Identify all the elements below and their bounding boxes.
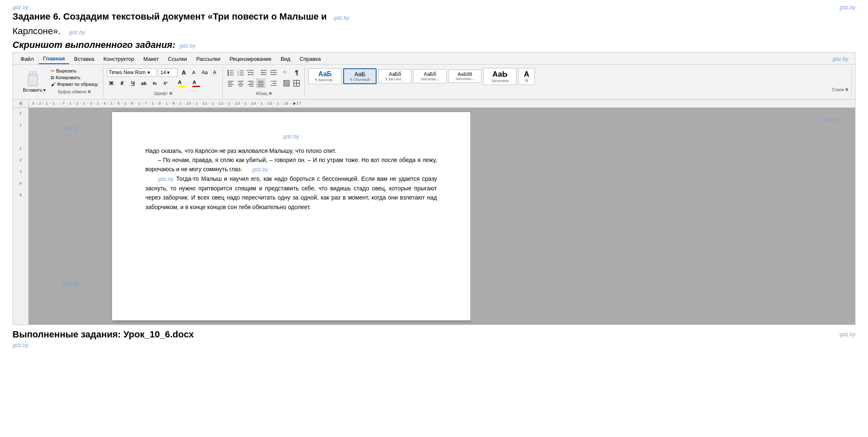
paste-button[interactable]: Вставить ▾ [20,67,49,97]
align-right-button[interactable] [246,79,255,88]
menu-layout[interactable]: Макет [139,54,163,64]
font-row2: Ж К Ч аb x₂ x² А А [107,79,219,88]
svg-marker-49 [271,80,272,82]
menu-constructor[interactable]: Конструктор [99,54,138,64]
font-expand-icon[interactable]: ⧉ [170,91,172,96]
watermark-sidebar-top: gdz.by [62,125,78,131]
line-spacing-button[interactable] [269,79,278,88]
sort-button[interactable]: A↓ [282,68,291,77]
paragraph-expand-icon[interactable]: ⧉ [269,91,272,96]
font-color-button[interactable]: А [192,79,201,88]
paragraph-group: 1.2.3. A↓ ¶ [223,66,305,97]
menu-references[interactable]: Ссылки [164,54,191,64]
style-h2[interactable]: АаБбВ Заголово... [448,70,481,83]
styles-row: АаБ ¶ Заголов... АаБ ¶ Обычный АаБб ¶ Бе… [308,68,848,85]
menu-insert[interactable]: Вставка [70,54,98,64]
align-center-button[interactable] [236,79,245,88]
multilevel-list-button[interactable] [246,68,255,77]
document-main: 3 · 2 · 1 · 1 · · 7 · 1 · 2 · 1 · 3 · 1 … [29,100,855,325]
watermark-line2: gdz.by [69,29,85,35]
ruler-corner: ⊞ [19,101,22,105]
paste-label[interactable]: Вставить ▾ [23,87,46,93]
page-header: gdz.by gdz.by Задание 6. Создадим тексто… [0,0,868,52]
styles-expand-icon[interactable]: ⧉ [846,87,848,92]
copy-button[interactable]: ⧉ Копировать [49,75,100,81]
bold-button[interactable]: Ж [107,79,116,88]
font-size-buttons: A A [179,68,198,77]
right-grey-area: gdz.by [470,112,855,320]
show-formatting-button[interactable]: ¶ [292,68,301,77]
strikethrough-button[interactable]: аb [139,79,148,88]
font-row1: Times New Rom ▾ 14 ▾ A A Aa А [107,68,219,77]
watermark-inline: gdz.by [252,166,268,172]
italic-button[interactable]: К [117,79,127,88]
watermark-ribbon-top: gdz.by [833,56,848,62]
clear-format-button[interactable]: А [210,68,219,77]
numbering-button[interactable]: 1.2.3. [236,68,245,77]
svg-rect-2 [31,72,35,75]
align-left-button[interactable] [226,79,235,88]
superscript-button[interactable]: x² [161,79,170,88]
paste-icon [27,71,42,87]
menu-review[interactable]: Рецензирование [225,54,275,64]
svg-point-19 [248,74,249,75]
shrink-font-button[interactable]: A [189,68,198,77]
document-body: gdz.by gdz.by gdz.by Надо сказать, что К… [29,108,855,325]
watermark-subtitle: gdz.by [180,42,195,49]
ribbon-tools: Вставить ▾ ✂ Вырезать ⧉ Копировать 🖌 Фор… [13,65,855,99]
watermark-title-right: gdz.by [334,15,349,21]
clipboard-label: Буфер обмена [58,90,86,94]
style-h3[interactable]: АаЬ Заголовок [483,68,516,85]
menu-help[interactable]: Справка [295,54,325,64]
menu-home[interactable]: Главная [39,54,69,64]
subscript-button[interactable]: x₂ [150,79,159,88]
style-normal[interactable]: АаБ ¶ Обычный [343,68,377,84]
font-name-dropdown[interactable]: Times New Rom ▾ [107,68,157,77]
style-nospace[interactable]: АаБб ¶ Без инт... [378,69,412,83]
style-h1[interactable]: АаБб Заголово... [413,69,446,83]
increase-indent-button[interactable] [269,68,278,77]
watermark-top-right: gdz.by [840,4,856,10]
svg-marker-22 [261,72,262,73]
paragraph-group-label: Абзац [256,91,267,96]
cut-button[interactable]: ✂ Вырезать [49,68,100,74]
horizontal-ruler: 3 · 2 · 1 · 1 · · 7 · 1 · 2 · 1 · 3 · 1 … [29,100,855,108]
watermark-right-top: gdz.by [823,116,838,123]
grow-font-button[interactable]: A [179,68,188,77]
subtitle: Скриншот выполненного задания: [12,40,175,50]
svg-marker-50 [271,85,272,86]
menu-mailings[interactable]: Рассылки [192,54,224,64]
borders-button[interactable] [292,79,301,88]
watermark-top-left: gdz.by [12,4,28,10]
font-size-dropdown[interactable]: 14 ▾ [158,68,177,77]
style-heading1[interactable]: АаБ ¶ Заголов... [308,68,342,84]
underline-button[interactable]: Ч [128,79,137,88]
align-justify-button[interactable] [256,79,265,88]
styles-group: АаБ ¶ Заголов... АаБ ¶ Обычный АаБб ¶ Бе… [305,66,852,97]
footer-area: Выполненные задания: Урок_10_6.docx gdz.… [0,325,868,352]
change-case-button[interactable]: Aa [200,68,209,77]
menu-view[interactable]: Вид [277,54,295,64]
vertical-ruler-marks: 2 1 · 1 2 3 4 5 [13,108,28,197]
word-ribbon: Файл Главная Вставка Конструктор Макет С… [12,52,856,100]
bullets-button[interactable] [226,68,235,77]
svg-text:A↓: A↓ [283,70,287,74]
clipboard-expand-icon[interactable]: ⧉ [88,90,90,94]
decrease-indent-button[interactable] [259,68,268,77]
footer-title: Выполненные задания: Урок_10_6.docx [12,329,194,340]
watermark-footer-right: gdz.by [840,331,856,337]
menu-file[interactable]: Файл [16,54,38,64]
document-page[interactable]: gdz.by Надо сказать, что Карлсон не раз … [112,112,470,320]
format-painter-button[interactable]: 🖌 Формат по образцу [49,81,100,87]
svg-text:3.: 3. [237,74,239,76]
paragraph-1: Надо сказать, что Карлсон не раз жаловал… [145,146,437,155]
clipboard-actions: ✂ Вырезать ⧉ Копировать 🖌 Формат по обра… [49,67,100,97]
style-more[interactable]: А П [518,68,535,85]
svg-rect-51 [284,80,289,86]
shading-button[interactable] [282,79,291,88]
svg-point-17 [248,72,249,73]
menu-bar: Файл Главная Вставка Конструктор Макет С… [13,52,855,65]
text-highlight-button[interactable]: А [177,79,186,88]
svg-point-5 [227,72,229,74]
paragraph-row2 [226,79,301,88]
